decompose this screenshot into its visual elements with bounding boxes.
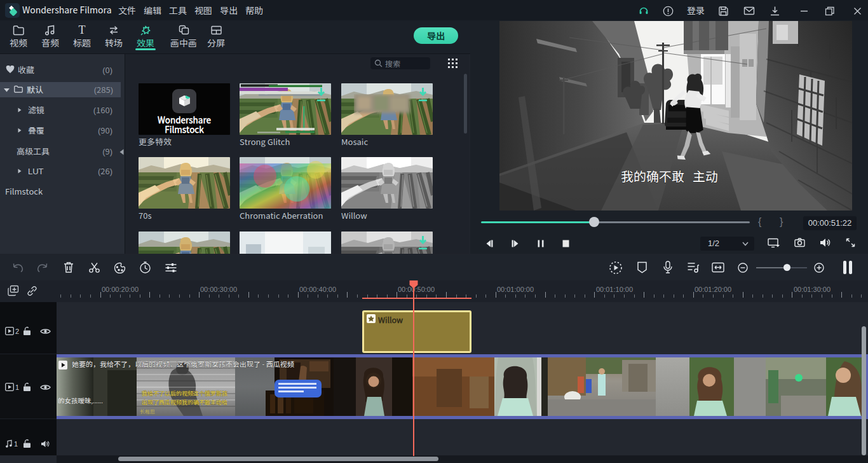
svg-text:我给不了以后的视频这个俄罗斯孩: 我给不了以后的视频这个俄罗斯孩 [142,389,227,397]
svg-text:1: 1 [15,384,19,391]
svg-text:1: 1 [14,440,18,448]
svg-text:她要的，我给不了，以后的视频，这个俄罗斯女孩不会出现了 -: 她要的，我给不了，以后的视频，这个俄罗斯女孩不会出现了 - 西瓜视频 [72,359,294,369]
svg-text:出现了西瓜视频我的确不敢主动给: 出现了西瓜视频我的确不敢主动给 [142,398,227,406]
svg-text:长相思: 长相思 [140,408,155,415]
svg-text:2: 2 [15,328,19,335]
svg-text:我的确不敢主动: 我的确不敢主动 [621,167,718,185]
svg-text:的女孩暧昧,......: 的女孩暧昧,...... [58,396,103,405]
